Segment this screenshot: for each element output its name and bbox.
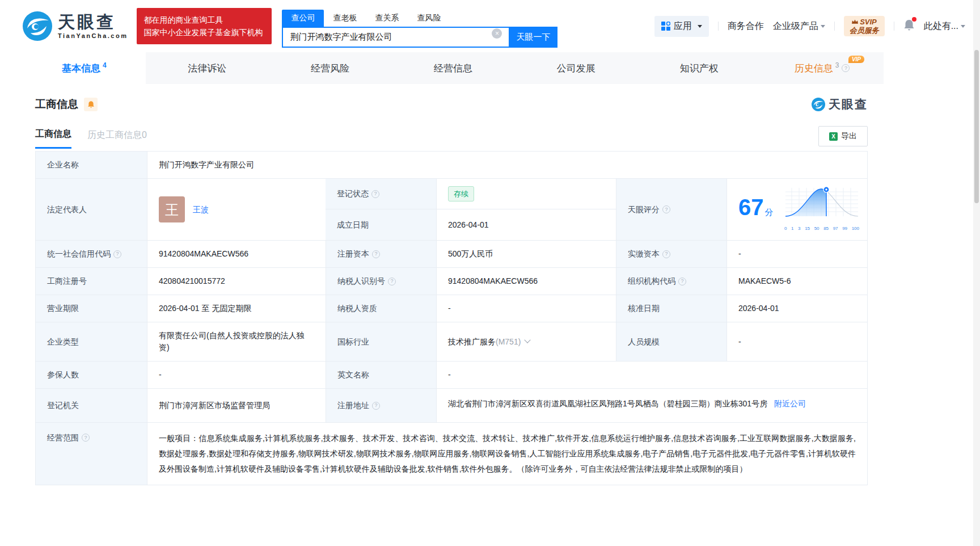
search-button[interactable]: 天眼一下 bbox=[509, 27, 557, 48]
search-tab-risk[interactable]: 查风险 bbox=[408, 10, 450, 27]
notification-bell-icon[interactable] bbox=[903, 19, 915, 33]
tab-history-info[interactable]: VIP 历史信息 3 ? bbox=[761, 52, 884, 84]
chevron-down-icon[interactable] bbox=[525, 337, 531, 343]
help-icon[interactable]: ? bbox=[372, 402, 380, 410]
help-icon[interactable]: ? bbox=[842, 64, 850, 72]
apps-menu[interactable]: 应用 bbox=[654, 16, 709, 37]
logo-title: 天眼查 bbox=[58, 14, 128, 31]
english-name-value: - bbox=[436, 362, 867, 388]
export-button[interactable]: X 导出 bbox=[818, 126, 868, 146]
reg-status-label: 登记状态 ? bbox=[326, 179, 436, 209]
chevron-down-icon bbox=[698, 25, 702, 28]
help-icon[interactable]: ? bbox=[678, 278, 686, 285]
search-input[interactable] bbox=[282, 27, 509, 48]
tab-label: 历史信息 bbox=[795, 62, 833, 75]
company-section-tabs: 基本信息 4 法律诉讼 经营风险 经营信息 公司发展 知识产权 VIP 历史信息… bbox=[23, 52, 884, 84]
help-icon[interactable]: ? bbox=[662, 205, 670, 213]
business-term-label: 营业期限 bbox=[36, 295, 147, 322]
help-icon[interactable]: ? bbox=[372, 250, 380, 258]
table-row: 营业期限 2026-04-01 至 无固定期限 纳税人资质 - 核准日期 202… bbox=[36, 295, 867, 322]
score-distribution-chart: 01 315 5085 9799 100 bbox=[784, 184, 859, 234]
chevron-down-icon bbox=[961, 25, 965, 28]
clear-search-icon[interactable]: × bbox=[492, 28, 502, 39]
vip-badge: VIP bbox=[848, 56, 864, 63]
help-icon[interactable]: ? bbox=[371, 190, 379, 198]
search-tab-relation[interactable]: 查关系 bbox=[366, 10, 408, 27]
status-badge: 存续 bbox=[448, 186, 474, 201]
user-menu[interactable]: 此处有... bbox=[924, 20, 965, 32]
paid-capital-label: 实缴资本? bbox=[616, 241, 726, 267]
tab-label: 知识产权 bbox=[680, 62, 719, 75]
banner-line1: 都在用的商业查询工具 bbox=[143, 14, 265, 26]
table-row: 工商注册号 420804210015772 纳税人识别号? 91420804MA… bbox=[36, 268, 867, 295]
company-name-label: 企业名称 bbox=[36, 152, 147, 178]
help-icon[interactable]: ? bbox=[113, 250, 121, 258]
enterprise-label: 企业级产品 bbox=[773, 20, 818, 32]
top-header: 天眼查 TianYanCha.com 都在用的商业查询工具 国家中小企业发展子基… bbox=[0, 0, 980, 52]
score-cell: 67分 bbox=[726, 179, 867, 240]
apps-grid-icon bbox=[661, 22, 670, 31]
logo-domain: TianYanCha.com bbox=[58, 32, 128, 39]
divider bbox=[894, 22, 894, 31]
crown-icon bbox=[852, 19, 858, 24]
help-icon[interactable]: ? bbox=[662, 250, 670, 258]
svip-member-badge[interactable]: SVIP 会员服务 bbox=[844, 16, 885, 36]
tab-company-development[interactable]: 公司发展 bbox=[514, 52, 637, 84]
tab-basic-info[interactable]: 基本信息 4 bbox=[23, 52, 146, 84]
divider bbox=[834, 22, 835, 31]
banner-line2: 国家中小企业发展子基金旗下机构 bbox=[143, 26, 265, 39]
tianyancha-watermark: 天眼查 bbox=[812, 96, 868, 112]
approval-date-label: 核准日期 bbox=[616, 295, 726, 322]
search-tab-company[interactable]: 查公司 bbox=[282, 10, 324, 27]
scrollbar-thumb[interactable] bbox=[974, 50, 979, 203]
section-title: 工商信息 bbox=[35, 97, 78, 112]
staff-size-value: - bbox=[726, 322, 867, 361]
reg-capital-label: 注册资本? bbox=[326, 241, 436, 267]
tab-operating-info[interactable]: 经营信息 bbox=[392, 52, 515, 84]
est-date-label: 成立日期 bbox=[326, 209, 436, 240]
help-icon[interactable]: ? bbox=[388, 278, 396, 285]
excel-icon: X bbox=[829, 132, 838, 141]
business-scope-value: 一般项目：信息系统集成服务,计算机系统服务,技术服务、技术开发、技术咨询、技术交… bbox=[147, 423, 867, 485]
tab-intellectual-property[interactable]: 知识产权 bbox=[637, 52, 761, 84]
table-row: 统一社会信用代码? 91420804MAKAECW566 注册资本? 500万人… bbox=[36, 241, 867, 268]
score-axis-ticks: 01 315 5085 9799 100 bbox=[784, 222, 859, 234]
legal-rep-link[interactable]: 王波 bbox=[193, 204, 209, 216]
reg-address-value: 湖北省荆门市漳河新区双喜街道凤凰湖社区凤翔路1号凤栖岛（碧桂园三期）商业栋301… bbox=[436, 389, 867, 422]
search-tab-boss[interactable]: 查老板 bbox=[324, 10, 366, 27]
table-row: 法定代表人 王 王波 登记状态 ? 存续 成立日期 2026-04-01 bbox=[36, 179, 867, 241]
business-info-table: 企业名称 荆门开鸿数字产业有限公司 法定代表人 王 王波 登记状态 ? 存续 bbox=[35, 151, 868, 485]
svip-line2: 会员服务 bbox=[850, 26, 879, 35]
taxpayer-quality-label: 纳税人资质 bbox=[326, 295, 436, 322]
company-type-value: 有限责任公司(自然人投资或控股的法人独资) bbox=[147, 322, 326, 361]
status-date-stack: 登记状态 ? 存续 成立日期 2026-04-01 bbox=[326, 179, 616, 240]
business-scope-label: 经营范围? bbox=[36, 423, 147, 485]
nav-enterprise-products[interactable]: 企业级产品 bbox=[773, 20, 825, 32]
legal-rep-label: 法定代表人 bbox=[36, 179, 147, 240]
approval-date-value: 2026-04-01 bbox=[726, 295, 867, 322]
reg-number-label: 工商注册号 bbox=[36, 268, 147, 295]
est-date-value: 2026-04-01 bbox=[436, 209, 616, 240]
english-name-label: 英文名称 bbox=[326, 362, 436, 388]
taxpayer-id-value: 91420804MAKAECW566 bbox=[436, 268, 616, 295]
nearby-companies-link[interactable]: 附近公司 bbox=[774, 399, 806, 408]
tianyancha-logo[interactable]: 天眼查 TianYanCha.com bbox=[23, 11, 128, 41]
tab-operating-risk[interactable]: 经营风险 bbox=[269, 52, 392, 84]
table-row: 登记机关 荆门市漳河新区市场监督管理局 注册地址? 湖北省荆门市漳河新区双喜街道… bbox=[36, 389, 867, 423]
tab-legal-litigation[interactable]: 法律诉讼 bbox=[146, 52, 269, 84]
scrollbar[interactable] bbox=[973, 0, 980, 546]
subscribe-bell-icon[interactable] bbox=[84, 98, 98, 111]
org-code-label: 组织机构代码? bbox=[616, 268, 726, 295]
help-icon[interactable]: ? bbox=[82, 434, 90, 442]
company-name-value: 荆门开鸿数字产业有限公司 bbox=[147, 152, 867, 178]
legal-rep-avatar[interactable]: 王 bbox=[159, 196, 185, 222]
subtab-business-info[interactable]: 工商信息 bbox=[35, 128, 71, 149]
nav-business-coop[interactable]: 商务合作 bbox=[728, 20, 764, 32]
credit-code-label: 统一社会信用代码? bbox=[36, 241, 147, 267]
reg-number-value: 420804210015772 bbox=[147, 268, 326, 295]
reg-authority-value: 荆门市漳河新区市场监督管理局 bbox=[147, 389, 326, 422]
subtab-history-business-info[interactable]: 历史工商信息0 bbox=[87, 129, 147, 148]
paid-capital-value: - bbox=[726, 241, 867, 267]
reg-status-value: 存续 bbox=[436, 179, 616, 209]
reg-authority-label: 登记机关 bbox=[36, 389, 147, 422]
